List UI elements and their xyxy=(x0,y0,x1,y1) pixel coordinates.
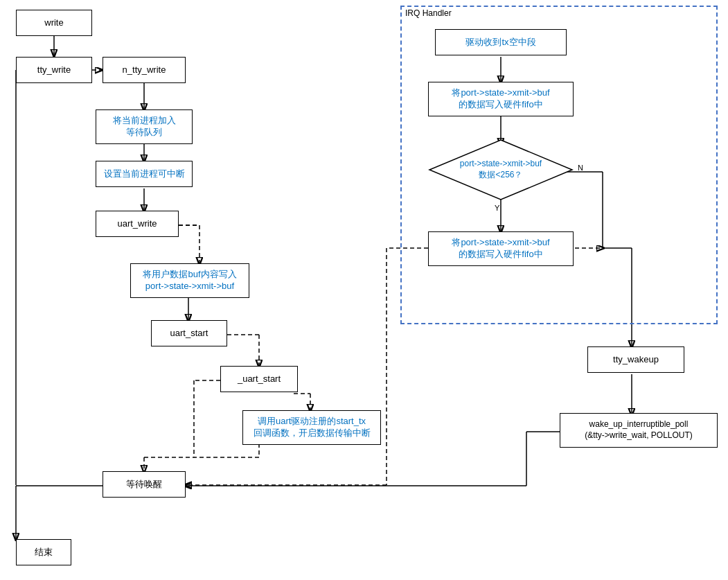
write-fifo1-label: 将port->state->xmit->buf的数据写入硬件fifo中 xyxy=(452,87,549,111)
diamond-yes-label: Y xyxy=(495,204,499,212)
write-fifo1-box: 将port->state->xmit->buf的数据写入硬件fifo中 xyxy=(428,82,574,116)
_uart-start-label: _uart_start xyxy=(238,374,281,385)
start-tx-desc-box: 调用uart驱动注册的start_tx回调函数，开启数据传输中断 xyxy=(242,410,381,445)
uart-start-box: uart_start xyxy=(151,320,227,346)
tty-write-box: tty_write xyxy=(16,57,92,83)
set-interruptible-label: 设置当前进程可中断 xyxy=(104,168,185,180)
end-label: 结束 xyxy=(35,547,53,559)
start-tx-desc-label: 调用uart驱动注册的start_tx回调函数，开启数据传输中断 xyxy=(254,416,371,439)
write-label: write xyxy=(44,17,63,29)
wake-up-poll-label: wake_up_interruptible_poll(&tty->write_w… xyxy=(585,419,693,441)
write-fifo2-label: 将port->state->xmit->buf的数据写入硬件fifo中 xyxy=(452,237,549,261)
tty-wakeup-box: tty_wakeup xyxy=(587,346,684,373)
wait-wakeup-box: 等待唤醒 xyxy=(103,471,186,498)
set-interruptible-box: 设置当前进程可中断 xyxy=(96,161,193,187)
diamond-box: port->state->xmit->buf数据<256？ Y N xyxy=(428,139,574,201)
tty-write-label: tty_write xyxy=(37,64,71,76)
write-box: write xyxy=(16,10,92,36)
diamond-no-label: N xyxy=(578,164,583,172)
tty-wakeup-label: tty_wakeup xyxy=(613,354,659,366)
end-box: 结束 xyxy=(16,539,71,565)
_uart-start-box: _uart_start xyxy=(220,366,298,392)
irq-recv-label: 驱动收到tx空中段 xyxy=(465,37,535,49)
uart-write-box: uart_write xyxy=(96,211,179,237)
add-queue-label: 将当前进程加入等待队列 xyxy=(113,115,176,139)
diamond-label: port->state->xmit->buf数据<256？ xyxy=(460,159,542,180)
irq-handler-label: IRQ Handler xyxy=(405,8,452,18)
write-buf-label: 将用户数据buf内容写入port->state->xmit->buf xyxy=(143,269,236,292)
irq-recv-box: 驱动收到tx空中段 xyxy=(435,29,567,55)
diagram-container: write tty_write n_tty_write 将当前进程加入等待队列 … xyxy=(0,0,728,580)
write-buf-box: 将用户数据buf内容写入port->state->xmit->buf xyxy=(130,263,249,298)
uart-start-label: uart_start xyxy=(170,328,208,340)
wait-wakeup-label: 等待唤醒 xyxy=(126,479,162,491)
uart-write-label: uart_write xyxy=(117,218,157,230)
wake-up-poll-box: wake_up_interruptible_poll(&tty->write_w… xyxy=(560,413,718,448)
n-tty-write-box: n_tty_write xyxy=(103,57,186,83)
add-queue-box: 将当前进程加入等待队列 xyxy=(96,109,193,144)
n-tty-write-label: n_tty_write xyxy=(123,64,166,76)
write-fifo2-box: 将port->state->xmit->buf的数据写入硬件fifo中 xyxy=(428,231,574,266)
